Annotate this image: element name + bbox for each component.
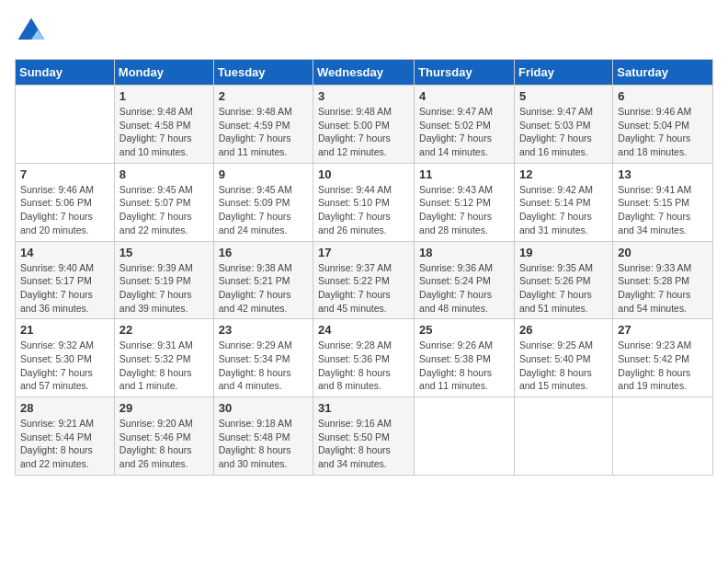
day-info: Sunrise: 9:25 AM Sunset: 5:40 PM Dayligh… bbox=[519, 339, 608, 393]
calendar-cell: 6Sunrise: 9:46 AM Sunset: 5:04 PM Daylig… bbox=[613, 86, 713, 164]
day-number: 4 bbox=[419, 89, 509, 103]
calendar-cell: 10Sunrise: 9:44 AM Sunset: 5:10 PM Dayli… bbox=[313, 163, 415, 241]
day-number: 15 bbox=[119, 246, 209, 259]
day-info: Sunrise: 9:44 AM Sunset: 5:10 PM Dayligh… bbox=[318, 183, 409, 237]
day-info: Sunrise: 9:47 AM Sunset: 5:03 PM Dayligh… bbox=[519, 105, 608, 159]
calendar-cell: 5Sunrise: 9:47 AM Sunset: 5:03 PM Daylig… bbox=[514, 86, 612, 164]
calendar-cell: 11Sunrise: 9:43 AM Sunset: 5:12 PM Dayli… bbox=[415, 163, 515, 241]
calendar-header: SundayMondayTuesdayWednesdayThursdayFrid… bbox=[16, 60, 713, 86]
calendar-cell: 27Sunrise: 9:23 AM Sunset: 5:42 PM Dayli… bbox=[613, 319, 713, 397]
calendar-table: SundayMondayTuesdayWednesdayThursdayFrid… bbox=[15, 59, 713, 476]
day-number: 23 bbox=[219, 323, 308, 337]
day-number: 20 bbox=[618, 246, 708, 259]
weekday-header-row: SundayMondayTuesdayWednesdayThursdayFrid… bbox=[16, 60, 713, 86]
day-number: 24 bbox=[318, 323, 409, 337]
day-number: 12 bbox=[519, 167, 608, 181]
day-number: 18 bbox=[419, 246, 509, 259]
weekday-header-thursday: Thursday bbox=[415, 60, 515, 86]
calendar-cell: 29Sunrise: 9:20 AM Sunset: 5:46 PM Dayli… bbox=[114, 397, 213, 476]
day-info: Sunrise: 9:33 AM Sunset: 5:28 PM Dayligh… bbox=[618, 261, 708, 316]
day-info: Sunrise: 9:42 AM Sunset: 5:14 PM Dayligh… bbox=[519, 183, 608, 237]
calendar-cell: 18Sunrise: 9:36 AM Sunset: 5:24 PM Dayli… bbox=[415, 241, 515, 319]
calendar-cell: 25Sunrise: 9:26 AM Sunset: 5:38 PM Dayli… bbox=[415, 319, 515, 397]
calendar-cell: 15Sunrise: 9:39 AM Sunset: 5:19 PM Dayli… bbox=[114, 241, 213, 319]
weekday-header-friday: Friday bbox=[514, 60, 612, 86]
calendar-cell: 17Sunrise: 9:37 AM Sunset: 5:22 PM Dayli… bbox=[313, 241, 415, 319]
day-info: Sunrise: 9:46 AM Sunset: 5:06 PM Dayligh… bbox=[20, 183, 109, 237]
calendar-cell: 20Sunrise: 9:33 AM Sunset: 5:28 PM Dayli… bbox=[613, 241, 713, 319]
calendar-cell: 30Sunrise: 9:18 AM Sunset: 5:48 PM Dayli… bbox=[213, 397, 313, 476]
day-number: 21 bbox=[20, 323, 109, 337]
calendar-cell: 8Sunrise: 9:45 AM Sunset: 5:07 PM Daylig… bbox=[114, 163, 213, 241]
calendar-cell: 9Sunrise: 9:45 AM Sunset: 5:09 PM Daylig… bbox=[213, 163, 313, 241]
calendar-cell: 28Sunrise: 9:21 AM Sunset: 5:44 PM Dayli… bbox=[16, 397, 115, 476]
day-info: Sunrise: 9:41 AM Sunset: 5:15 PM Dayligh… bbox=[618, 183, 708, 237]
calendar-cell bbox=[415, 397, 515, 476]
calendar-cell: 1Sunrise: 9:48 AM Sunset: 4:58 PM Daylig… bbox=[114, 86, 213, 164]
day-number: 3 bbox=[318, 89, 409, 103]
day-number: 19 bbox=[519, 246, 608, 259]
weekday-header-wednesday: Wednesday bbox=[313, 60, 415, 86]
day-info: Sunrise: 9:39 AM Sunset: 5:19 PM Dayligh… bbox=[119, 261, 209, 316]
calendar-week-row: 21Sunrise: 9:32 AM Sunset: 5:30 PM Dayli… bbox=[16, 319, 713, 397]
calendar-cell bbox=[16, 86, 115, 164]
day-info: Sunrise: 9:35 AM Sunset: 5:26 PM Dayligh… bbox=[519, 261, 608, 316]
calendar-cell: 3Sunrise: 9:48 AM Sunset: 5:00 PM Daylig… bbox=[313, 86, 415, 164]
calendar-cell: 7Sunrise: 9:46 AM Sunset: 5:06 PM Daylig… bbox=[16, 163, 115, 241]
day-info: Sunrise: 9:18 AM Sunset: 5:48 PM Dayligh… bbox=[219, 417, 308, 471]
weekday-header-sunday: Sunday bbox=[16, 60, 115, 86]
day-info: Sunrise: 9:48 AM Sunset: 4:59 PM Dayligh… bbox=[219, 105, 308, 159]
calendar-cell: 2Sunrise: 9:48 AM Sunset: 4:59 PM Daylig… bbox=[213, 86, 313, 164]
calendar-cell bbox=[613, 397, 713, 476]
logo-icon bbox=[15, 15, 48, 48]
day-info: Sunrise: 9:38 AM Sunset: 5:21 PM Dayligh… bbox=[219, 261, 308, 316]
day-number: 17 bbox=[318, 246, 409, 259]
day-info: Sunrise: 9:48 AM Sunset: 5:00 PM Dayligh… bbox=[318, 105, 409, 159]
day-number: 6 bbox=[618, 89, 708, 103]
day-number: 13 bbox=[618, 167, 708, 181]
day-info: Sunrise: 9:20 AM Sunset: 5:46 PM Dayligh… bbox=[119, 417, 209, 471]
calendar-cell: 21Sunrise: 9:32 AM Sunset: 5:30 PM Dayli… bbox=[16, 319, 115, 397]
calendar-week-row: 1Sunrise: 9:48 AM Sunset: 4:58 PM Daylig… bbox=[16, 86, 713, 164]
day-info: Sunrise: 9:45 AM Sunset: 5:09 PM Dayligh… bbox=[219, 183, 308, 237]
day-number: 30 bbox=[219, 401, 308, 415]
day-number: 2 bbox=[219, 89, 308, 103]
day-info: Sunrise: 9:40 AM Sunset: 5:17 PM Dayligh… bbox=[20, 261, 109, 316]
day-info: Sunrise: 9:36 AM Sunset: 5:24 PM Dayligh… bbox=[419, 261, 509, 316]
day-number: 29 bbox=[119, 401, 209, 415]
day-info: Sunrise: 9:28 AM Sunset: 5:36 PM Dayligh… bbox=[318, 339, 409, 393]
day-number: 9 bbox=[219, 167, 308, 181]
calendar-cell: 4Sunrise: 9:47 AM Sunset: 5:02 PM Daylig… bbox=[415, 86, 515, 164]
calendar-cell: 19Sunrise: 9:35 AM Sunset: 5:26 PM Dayli… bbox=[514, 241, 612, 319]
day-number: 27 bbox=[618, 323, 708, 337]
day-number: 8 bbox=[119, 167, 209, 181]
calendar-cell bbox=[514, 397, 612, 476]
weekday-header-tuesday: Tuesday bbox=[213, 60, 313, 86]
day-info: Sunrise: 9:48 AM Sunset: 4:58 PM Dayligh… bbox=[119, 105, 209, 159]
calendar-cell: 26Sunrise: 9:25 AM Sunset: 5:40 PM Dayli… bbox=[514, 319, 612, 397]
day-number: 7 bbox=[20, 167, 109, 181]
calendar-cell: 12Sunrise: 9:42 AM Sunset: 5:14 PM Dayli… bbox=[514, 163, 612, 241]
day-info: Sunrise: 9:37 AM Sunset: 5:22 PM Dayligh… bbox=[318, 261, 409, 316]
day-number: 26 bbox=[519, 323, 608, 337]
day-number: 10 bbox=[318, 167, 409, 181]
page-header bbox=[15, 15, 713, 48]
day-number: 14 bbox=[20, 246, 109, 259]
calendar-cell: 13Sunrise: 9:41 AM Sunset: 5:15 PM Dayli… bbox=[613, 163, 713, 241]
logo bbox=[15, 15, 53, 48]
calendar-week-row: 14Sunrise: 9:40 AM Sunset: 5:17 PM Dayli… bbox=[16, 241, 713, 319]
day-info: Sunrise: 9:23 AM Sunset: 5:42 PM Dayligh… bbox=[618, 339, 708, 393]
day-info: Sunrise: 9:47 AM Sunset: 5:02 PM Dayligh… bbox=[419, 105, 509, 159]
calendar-week-row: 28Sunrise: 9:21 AM Sunset: 5:44 PM Dayli… bbox=[16, 397, 713, 476]
day-number: 1 bbox=[119, 89, 209, 103]
day-info: Sunrise: 9:29 AM Sunset: 5:34 PM Dayligh… bbox=[219, 339, 308, 393]
day-number: 25 bbox=[419, 323, 509, 337]
day-info: Sunrise: 9:31 AM Sunset: 5:32 PM Dayligh… bbox=[119, 339, 209, 393]
day-number: 11 bbox=[419, 167, 509, 181]
day-number: 31 bbox=[318, 401, 409, 415]
day-info: Sunrise: 9:45 AM Sunset: 5:07 PM Dayligh… bbox=[119, 183, 209, 237]
calendar-cell: 16Sunrise: 9:38 AM Sunset: 5:21 PM Dayli… bbox=[213, 241, 313, 319]
day-info: Sunrise: 9:32 AM Sunset: 5:30 PM Dayligh… bbox=[20, 339, 109, 393]
day-info: Sunrise: 9:46 AM Sunset: 5:04 PM Dayligh… bbox=[618, 105, 708, 159]
day-number: 16 bbox=[219, 246, 308, 259]
